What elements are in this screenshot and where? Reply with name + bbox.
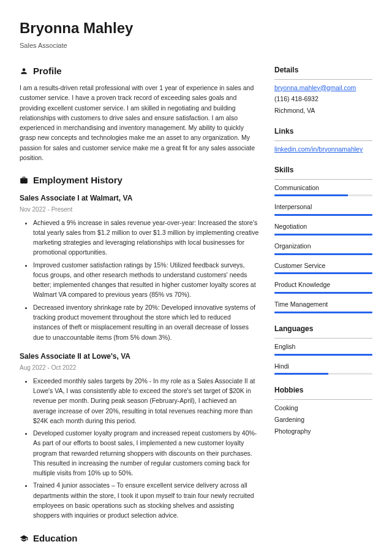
skill-name: Communication <box>274 183 372 193</box>
divider <box>274 399 372 400</box>
person-name: Bryonna Mahley <box>20 17 372 39</box>
sidebar-column: Details bryonna.mahley@gmail.com (116) 4… <box>274 64 372 556</box>
profile-section: Profile I am a results-driven retail pro… <box>20 64 260 163</box>
education-heading: Education <box>33 532 78 546</box>
briefcase-icon <box>20 176 28 185</box>
skill-bar <box>274 272 372 274</box>
job-bullets: Exceeded monthly sales targets by 20% - … <box>20 376 260 521</box>
skills-heading: Skills <box>274 164 372 175</box>
skill-name: Organization <box>274 242 372 251</box>
email-link[interactable]: bryonna.mahley@gmail.com <box>274 84 356 91</box>
job-title: Sales Associate II at Lowe's, VA <box>20 351 260 362</box>
skill-item: Time Management <box>274 300 372 313</box>
language-bar <box>274 373 372 375</box>
person-icon <box>20 67 28 75</box>
job-entry: Sales Associate I at Walmart, VANov 2022… <box>20 193 260 342</box>
skill-bar <box>274 312 372 313</box>
phone-text: (116) 418-6932 <box>274 94 372 104</box>
details-heading: Details <box>274 64 372 75</box>
hobby-item: Gardening <box>274 415 372 425</box>
hobby-item: Cooking <box>274 404 372 413</box>
skill-name: Interpersonal <box>274 202 372 212</box>
skill-item: Customer Service <box>274 261 372 275</box>
resume-header: Bryonna Mahley Sales Associate <box>20 17 372 51</box>
divider <box>274 179 372 180</box>
job-entry: Sales Associate II at Lowe's, VAAug 2022… <box>20 351 260 521</box>
skill-name: Negotiation <box>274 222 372 232</box>
languages-heading: Languages <box>274 323 372 334</box>
skill-bar <box>274 214 372 216</box>
graduation-cap-icon <box>20 534 28 543</box>
skill-item: Organization <box>274 242 372 255</box>
hobby-item: Photography <box>274 427 372 437</box>
hobbies-section: Hobbies CookingGardeningPhotography <box>274 385 372 436</box>
skill-bar <box>274 234 372 235</box>
job-dates: Aug 2022 - Oct 2022 <box>20 363 260 372</box>
skill-name: Product Knowledge <box>274 280 372 290</box>
skill-name: Customer Service <box>274 261 372 271</box>
language-item: English <box>274 342 372 356</box>
languages-section: Languages EnglishHindi <box>274 323 372 375</box>
job-bullets: Achieved a 9% increase in sales revenue … <box>20 218 260 342</box>
skill-item: Negotiation <box>274 222 372 235</box>
details-section: Details bryonna.mahley@gmail.com (116) 4… <box>274 64 372 116</box>
links-heading: Links <box>274 126 372 137</box>
job-bullet: Exceeded monthly sales targets by 20% - … <box>33 376 260 426</box>
language-name: English <box>274 342 372 352</box>
external-link[interactable]: linkedin.com/in/bryonnamahley <box>274 145 363 153</box>
skill-item: Communication <box>274 183 372 197</box>
skill-name: Time Management <box>274 300 372 310</box>
job-bullet: Developed customer loyalty program and i… <box>33 428 260 478</box>
profile-text: I am a results-driven retail professiona… <box>20 83 260 163</box>
main-column: Profile I am a results-driven retail pro… <box>20 64 260 556</box>
job-title: Sales Associate I at Walmart, VA <box>20 193 260 204</box>
language-name: Hindi <box>274 362 372 372</box>
job-bullet: Trained 4 junior associates – To ensure … <box>33 480 260 520</box>
job-dates: Nov 2022 - Present <box>20 205 260 214</box>
skills-section: Skills CommunicationInterpersonalNegotia… <box>274 164 372 313</box>
skill-bar <box>274 253 372 255</box>
skill-item: Product Knowledge <box>274 280 372 294</box>
skill-bar <box>274 292 372 294</box>
skill-bar <box>274 194 372 196</box>
employment-section: Employment History Sales Associate I at … <box>20 174 260 520</box>
divider <box>274 79 372 80</box>
person-title: Sales Associate <box>20 40 372 51</box>
profile-heading: Profile <box>33 64 62 78</box>
divider <box>274 338 372 339</box>
links-section: Links linkedin.com/in/bryonnamahley <box>274 126 372 155</box>
hobbies-heading: Hobbies <box>274 385 372 396</box>
location-text: Richmond, VA <box>274 106 372 116</box>
language-item: Hindi <box>274 362 372 375</box>
job-bullet: Decreased inventory shrinkage rate by 20… <box>33 302 260 342</box>
education-section: Education <box>20 532 260 546</box>
employment-heading: Employment History <box>33 174 123 188</box>
job-bullet: Improved customer satisfaction ratings b… <box>33 260 260 300</box>
divider <box>274 140 372 141</box>
skill-item: Interpersonal <box>274 202 372 216</box>
job-bullet: Achieved a 9% increase in sales revenue … <box>33 218 260 258</box>
language-bar <box>274 354 372 356</box>
